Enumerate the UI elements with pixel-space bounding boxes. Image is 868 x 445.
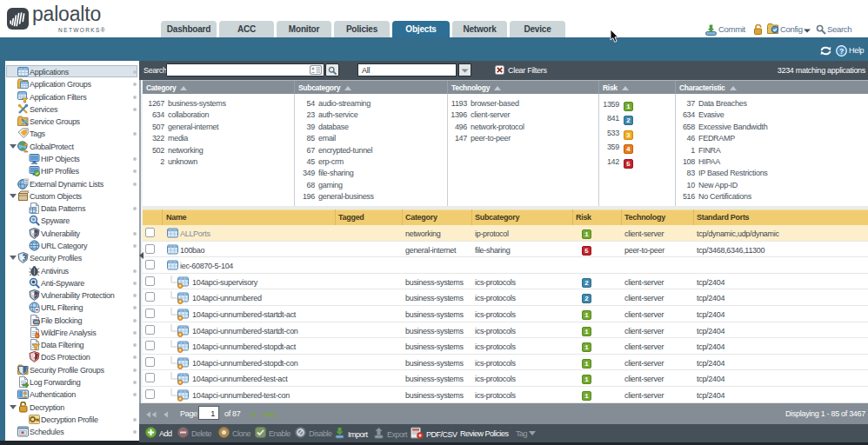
svg-text:?: ? — [839, 47, 844, 56]
